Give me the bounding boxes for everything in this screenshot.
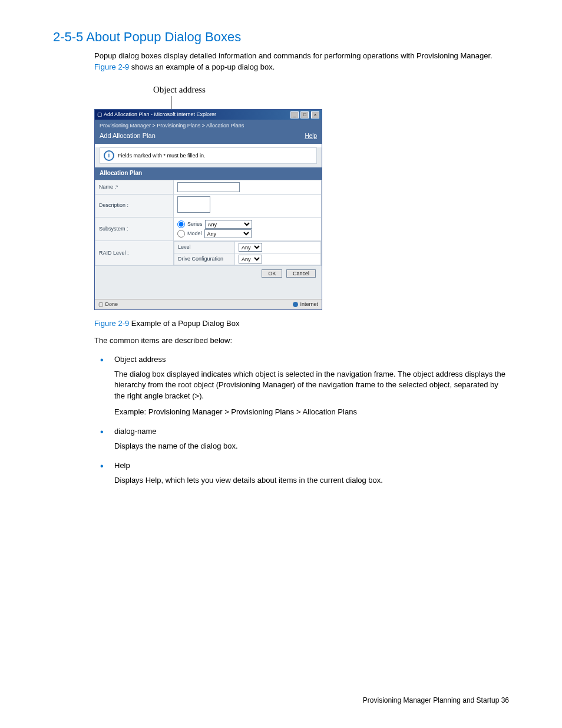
status-done: Done [105,301,118,307]
internet-zone-icon [293,302,298,307]
help-link[interactable]: Help [305,132,317,141]
window-buttons: _ □ × [290,111,319,118]
callout-leader-line [171,96,171,109]
intro-text-2: shows an example of a pop-up dialog box. [129,62,275,71]
info-text: Fields marked with * must be filled in. [118,152,206,160]
name-label: Name :* [95,180,174,194]
ok-button[interactable]: OK [262,269,282,278]
intro-text-1: Popup dialog boxes display detailed info… [94,51,492,60]
intro-paragraph: Popup dialog boxes display detailed info… [94,51,509,73]
bullet-para: Displays the name of the dialog box. [114,441,509,452]
form-table: Name :* Description : Subsystem : Series [95,180,322,266]
window-titlebar: ▢ Add Allocation Plan - Microsoft Intern… [95,110,322,120]
status-zone-text: Internet [300,301,318,308]
model-select[interactable]: Any [204,229,252,238]
series-select[interactable]: Any [205,220,252,229]
minimize-button[interactable]: _ [290,111,299,118]
bullet-object-address: Object address The dialog box displayed … [94,354,509,418]
description-label: Description : [95,194,174,217]
bullet-para: Example: Provisioning Manager > Provisio… [114,407,509,418]
status-bar: ▢ Done Internet [95,299,322,309]
popup-dialog-window: ▢ Add Allocation Plan - Microsoft Intern… [94,109,322,310]
bullet-title: dialog-name [114,426,509,437]
info-icon: i [104,150,114,161]
drive-config-select[interactable]: Any [239,255,262,263]
callout-object-address: Object address [153,84,509,97]
figure-ref-link[interactable]: Figure 2-9 [94,62,129,71]
close-button[interactable]: × [311,111,319,118]
bullet-list: Object address The dialog box displayed … [94,354,509,486]
subsystem-label: Subsystem : [95,218,174,241]
ie-done-icon: ▢ [98,301,104,307]
section-header: Allocation Plan [95,167,322,180]
section-heading: 2-5-5 About Popup Dialog Boxes [53,29,509,45]
description-textarea[interactable] [177,196,210,213]
window-title: ▢ Add Allocation Plan - Microsoft Intern… [97,111,216,118]
raid-level-label: RAID Level : [95,241,174,266]
bullet-title: Object address [114,354,509,365]
info-banner: i Fields marked with * must be filled in… [100,147,317,164]
button-row: OK Cancel [95,266,322,281]
bullet-para: Displays Help, which lets you view detai… [114,475,509,486]
figure-caption-text: Example of a Popup Dialog Box [129,319,239,328]
breadcrumb: Provisioning Manager > Provisioning Plan… [100,122,317,130]
cancel-button[interactable]: Cancel [286,269,316,278]
bullet-title: Help [114,460,509,472]
figure-caption-ref: Figure 2-9 [94,319,129,328]
window-title-text: Add Allocation Plan - Microsoft Internet… [104,111,216,117]
common-items-intro: The common items are described below: [94,335,509,347]
bullet-para: The dialog box displayed indicates which… [114,369,509,403]
series-radio[interactable] [177,220,185,228]
maximize-button[interactable]: □ [300,111,309,118]
dialog-title: Add Allocation Plan [100,131,156,141]
bullet-help: Help Displays Help, which lets you view … [94,460,509,486]
page-footer: Provisioning Manager Planning and Startu… [363,696,509,704]
dialog-header: Provisioning Manager > Provisioning Plan… [95,120,322,144]
figure-caption: Figure 2-9 Example of a Popup Dialog Box [94,318,509,330]
series-label: Series [187,220,203,228]
ie-page-icon: ▢ [97,111,103,117]
bullet-dialog-name: dialog-name Displays the name of the dia… [94,426,509,452]
model-label: Model [187,230,202,238]
model-radio[interactable] [177,230,185,238]
level-label: Level [174,242,235,253]
level-select[interactable]: Any [239,243,262,252]
drive-config-label: Drive Configuration [174,253,235,265]
name-input[interactable] [177,182,240,192]
